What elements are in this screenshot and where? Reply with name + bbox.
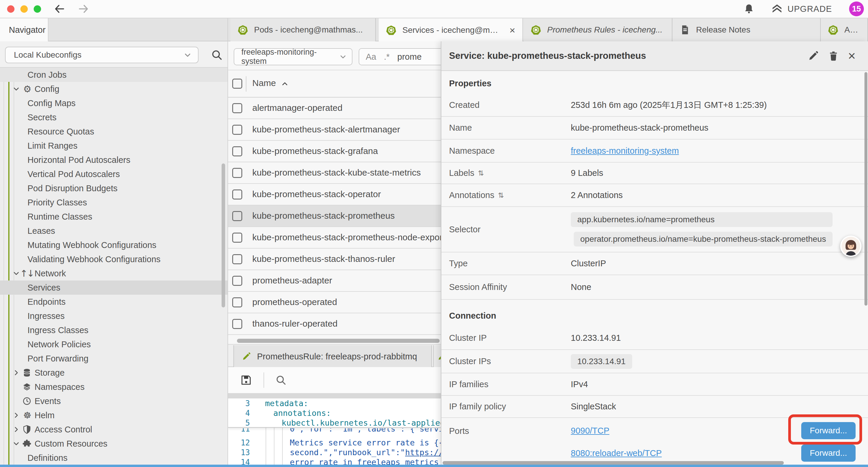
sidebar-item-vertical-pod-autoscalers[interactable]: Vertical Pod Autoscalers (0, 167, 227, 181)
sidebar-item-namespaces[interactable]: Namespaces (0, 380, 227, 394)
sort-updown-icon[interactable]: ⇅ (498, 191, 504, 200)
minimize-window-button[interactable] (20, 5, 28, 13)
back-arrow-icon[interactable] (54, 3, 65, 15)
row-checkbox[interactable] (232, 254, 242, 264)
maximize-window-button[interactable] (34, 5, 41, 13)
sort-ascending-icon[interactable] (281, 80, 289, 88)
sidebar-item-mutating-webhook-configurations[interactable]: Mutating Webhook Configurations (0, 238, 227, 252)
editor-scroll-strip[interactable] (228, 393, 441, 399)
tab-services[interactable]: Services - icecheng@math...× (379, 18, 523, 42)
sidebar-item-definitions[interactable]: Definitions (0, 451, 227, 465)
table-row-kube-prometheus-stack-thanos-ruler[interactable]: kube-prometheus-stack-thanos-ruler (228, 249, 441, 270)
sidebar-item-custom-resources[interactable]: Custom Resources (0, 437, 227, 451)
sidebar-item-network[interactable]: ↑↓Network (0, 266, 227, 281)
tab-prometheus[interactable]: Prometheus Rules - icecheng... (524, 18, 673, 41)
port-link[interactable]: 8080:reloader-web/TCP (571, 448, 662, 458)
close-window-button[interactable] (7, 5, 14, 13)
detail-horizontal-scrollbar[interactable] (442, 461, 784, 465)
tab-pods[interactable]: Pods - icecheng@mathmas... (230, 18, 376, 41)
table-row-kube-prometheus-stack-grafana[interactable]: kube-prometheus-stack-grafana (228, 141, 441, 162)
row-checkbox[interactable] (232, 211, 242, 221)
sort-updown-icon[interactable]: ⇅ (478, 169, 484, 177)
sidebar-item-cron-jobs[interactable]: Cron Jobs (0, 68, 227, 82)
row-checkbox[interactable] (232, 233, 242, 243)
port-link[interactable]: 9090/TCP (571, 426, 610, 436)
table-row-kube-prometheus-stack-kube-state-metrics[interactable]: kube-prometheus-stack-kube-state-metrics (228, 162, 441, 184)
match-case-toggle[interactable]: Aa (366, 52, 376, 62)
close-tab-icon[interactable]: × (509, 25, 515, 36)
table-row-kube-prometheus-stack-prometheus[interactable]: kube-prometheus-stack-prometheus (228, 205, 441, 227)
sidebar-item-services[interactable]: Services (0, 281, 227, 295)
table-row-kube-prometheus-stack-operator[interactable]: kube-prometheus-stack-operator (228, 184, 441, 205)
row-checkbox[interactable] (232, 125, 242, 135)
regex-toggle[interactable]: .* (384, 52, 390, 62)
editor-tab-prometheusrule[interactable]: PrometheusRule: freeleaps-prod-rabbitmq (234, 345, 432, 368)
list-horizontal-scrollbar[interactable] (237, 339, 440, 343)
table-row-kube-prometheus-stack-prometheus-node-exporter[interactable]: kube-prometheus-stack-prometheus-node-ex… (228, 227, 441, 249)
sidebar-item-endpoints[interactable]: Endpoints (0, 295, 227, 309)
sidebar-item-horizontal-pod-autoscalers[interactable]: Horizontal Pod Autoscalers (0, 153, 227, 167)
sidebar-item-limit-ranges[interactable]: Limit Ranges (0, 139, 227, 153)
table-row-prometheus-operated[interactable]: prometheus-operated (228, 292, 441, 313)
sidebar-item-priority-classes[interactable]: Priority Classes (0, 195, 227, 209)
sidebar-item-access-control[interactable]: Access Control (0, 422, 227, 437)
shield-icon (22, 425, 32, 435)
forward-button[interactable]: Forward... (801, 444, 856, 462)
list-search-input[interactable]: Aa .* prome (359, 48, 441, 65)
navigator-panel-tab[interactable]: Navigator (0, 18, 49, 41)
yaml-editor[interactable]: 3metadata:4annotations:5kubectl.kubernet… (228, 399, 441, 465)
sidebar-item-ingress-classes[interactable]: Ingress Classes (0, 323, 227, 337)
close-icon[interactable]: × (848, 50, 856, 61)
sidebar-item-port-forwarding[interactable]: Port Forwarding (0, 351, 227, 366)
tab-release[interactable]: Release Notes (673, 18, 821, 41)
row-checkbox[interactable] (232, 276, 242, 286)
sidebar-item-config[interactable]: ⚙Config (0, 82, 227, 96)
detail-vertical-scrollbar[interactable] (864, 72, 867, 305)
sidebar-item-events[interactable]: Events (0, 394, 227, 408)
sidebar-item-config-maps[interactable]: Config Maps (0, 96, 227, 110)
sidebar-item-validating-webhook-configurations[interactable]: Validating Webhook Configurations (0, 252, 227, 266)
upgrade-button[interactable]: UPGRADE (771, 3, 832, 15)
sidebar-item-helm[interactable]: ☸Helm (0, 408, 227, 422)
table-row-prometheus-adapter[interactable]: prometheus-adapter (228, 270, 441, 292)
forward-button[interactable]: Forward... (801, 422, 856, 439)
name-column-header[interactable]: Name (252, 78, 276, 88)
forward-arrow-icon[interactable] (78, 3, 90, 15)
header-divider (246, 76, 246, 92)
row-checkbox[interactable] (232, 146, 242, 156)
sidebar-item-leases[interactable]: Leases (0, 224, 227, 238)
notifications-bell-icon[interactable] (743, 3, 754, 14)
sidebar-item-secrets[interactable]: Secrets (0, 110, 227, 124)
namespace-link[interactable]: freeleaps-monitoring-system (571, 146, 679, 156)
editor-search-icon[interactable] (275, 374, 287, 386)
editor-tab-label: PrometheusRule: freeleaps-prod-rabbitmq (257, 352, 417, 361)
row-checkbox[interactable] (232, 297, 242, 308)
row-checkbox[interactable] (232, 189, 242, 200)
notification-count-badge[interactable]: 15 (849, 1, 864, 16)
delete-trash-icon[interactable] (828, 50, 839, 61)
search-icon[interactable] (210, 49, 223, 61)
sidebar-item-storage[interactable]: Storage (0, 366, 227, 380)
editor-tab-next-partial[interactable] (433, 345, 441, 368)
kubeconfig-row: Local Kubeconfigs (0, 41, 227, 68)
sidebar-item-network-policies[interactable]: Network Policies (0, 337, 227, 351)
select-all-checkbox[interactable] (232, 79, 242, 89)
kubeconfig-select[interactable]: Local Kubeconfigs (5, 47, 198, 63)
sidebar-item-pod-disruption-budgets[interactable]: Pod Disruption Budgets (0, 181, 227, 195)
sidebar-item-resource-quotas[interactable]: Resource Quotas (0, 124, 227, 139)
sidebar-scrollbar[interactable] (222, 164, 225, 308)
namespace-select[interactable]: freeleaps-monitoring-system (234, 48, 352, 65)
sidebar-item-ingresses[interactable]: Ingresses (0, 309, 227, 323)
row-checkbox[interactable] (232, 319, 242, 329)
save-icon[interactable] (240, 374, 252, 386)
table-row-kube-prometheus-stack-alertmanager[interactable]: kube-prometheus-stack-alertmanager (228, 119, 441, 141)
tab-argo[interactable]: Argo Se (821, 18, 868, 41)
service-name: kube-prometheus-stack-alertmanager (252, 124, 400, 135)
sidebar-item-runtime-classes[interactable]: Runtime Classes (0, 209, 227, 224)
table-row-alertmanager-operated[interactable]: alertmanager-operated (228, 97, 441, 119)
row-checkbox[interactable] (232, 168, 242, 178)
row-checkbox[interactable] (232, 103, 242, 113)
edit-pencil-icon[interactable] (808, 50, 819, 61)
avatar[interactable] (840, 236, 862, 257)
table-row-thanos-ruler-operated[interactable]: thanos-ruler-operated (228, 313, 441, 335)
